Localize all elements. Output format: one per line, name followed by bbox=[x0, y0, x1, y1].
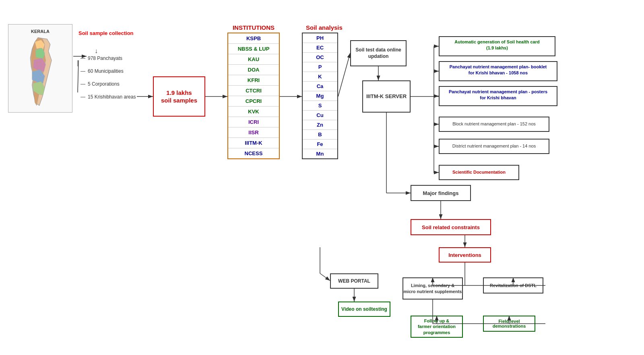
institutions-container: INSTITUTIONS KSPB NBSS & LUP KAU DOA KFR… bbox=[227, 24, 280, 159]
institutions-box: KSPB NBSS & LUP KAU DOA KFRI CTCRI CPCRI… bbox=[227, 33, 280, 159]
field-demo-label: Field leveldemonstrations bbox=[493, 319, 526, 328]
major-findings-box: Major findings bbox=[411, 185, 471, 201]
analysis-ca: Ca bbox=[303, 82, 337, 91]
sub-item-municipalities: 60 Municipalities bbox=[80, 68, 136, 74]
analysis-ph: PH bbox=[303, 33, 337, 43]
main-diagram: KERALA Soil sample collection ↓ 978 Panc… bbox=[0, 0, 644, 355]
web-portal-box: WEB PORTAL bbox=[330, 273, 378, 289]
interventions-box: Interventions bbox=[439, 247, 491, 263]
inst-kvk: KVK bbox=[228, 107, 279, 117]
revitalization-box: Revitalization of DSTL bbox=[483, 277, 543, 293]
soil-analysis-box: PH EC OC P K Ca Mg S Cu Zn B Fe Mn bbox=[302, 33, 338, 159]
analysis-cu: Cu bbox=[303, 111, 337, 120]
analysis-mg: Mg bbox=[303, 91, 337, 101]
followup-label: Follow up &farmer orientationprogrammes bbox=[418, 318, 456, 335]
soil-sample-label: Soil sample collection bbox=[78, 30, 134, 37]
output-sci-doc: Scientific Documentation bbox=[439, 165, 519, 180]
soil-analysis-container: Soil analysis PH EC OC P K Ca Mg S Cu Zn… bbox=[302, 24, 343, 159]
video-box: Video on soiltesting bbox=[338, 302, 390, 317]
output-block-plan: Block nutrient management plan - 152 nos bbox=[439, 117, 549, 132]
output-district-plan: District nutrient management plan - 14 n… bbox=[439, 139, 549, 154]
soil-constraints-label: Soil related constraints bbox=[422, 224, 480, 230]
soil-analysis-title: Soil analysis bbox=[306, 24, 343, 31]
liming-box: Liming, secondary &micro nutrient supple… bbox=[402, 277, 463, 300]
inst-kau: KAU bbox=[228, 54, 279, 65]
analysis-mn: Mn bbox=[303, 149, 337, 158]
arrow-down-soil-icon: ↓ bbox=[95, 47, 98, 55]
web-portal-label: WEB PORTAL bbox=[338, 278, 370, 284]
svg-line-8 bbox=[78, 60, 78, 92]
kerala-map: KERALA bbox=[8, 24, 72, 113]
video-label: Video on soiltesting bbox=[341, 306, 387, 312]
output-panchayat-poster: Panchayat nutrient management plan - pos… bbox=[439, 86, 557, 106]
analysis-zn: Zn bbox=[303, 120, 337, 130]
inst-ctcri: CTCRI bbox=[228, 86, 279, 96]
sub-items-list: 978 Panchayats 60 Municipalities 5 Corpo… bbox=[80, 55, 136, 100]
followup-box: Follow up &farmer orientationprogrammes bbox=[411, 316, 463, 338]
analysis-ec: EC bbox=[303, 43, 337, 53]
soil-test-label: Soil test data online updation bbox=[351, 47, 406, 60]
sub-item-corporations: 5 Corporations bbox=[80, 81, 136, 87]
institutions-title: INSTITUTIONS bbox=[227, 24, 280, 31]
sub-item-panchayats: 978 Panchayats bbox=[80, 55, 136, 61]
output-auto-gen: Automatic generation of Soil health card… bbox=[439, 36, 555, 56]
inst-doa: DOA bbox=[228, 65, 279, 75]
inst-nbss: NBSS & LUP bbox=[228, 44, 279, 54]
analysis-k: K bbox=[303, 72, 337, 82]
server-label: IIITM-K SERVER bbox=[366, 93, 407, 100]
sub-item-krishibhavan: 15 Krishibhavan areas bbox=[80, 94, 136, 100]
lakhs-label: 1.9 lakhssoil samples bbox=[161, 89, 197, 105]
kerala-svg bbox=[16, 35, 64, 108]
liming-label: Liming, secondary &micro nutrient supple… bbox=[404, 283, 462, 294]
inst-kspb: KSPB bbox=[228, 33, 279, 44]
major-findings-label: Major findings bbox=[423, 190, 459, 196]
analysis-b: B bbox=[303, 130, 337, 140]
interventions-label: Interventions bbox=[448, 252, 481, 258]
soil-test-data-box: Soil test data online updation bbox=[350, 40, 407, 66]
inst-ncess: NCESS bbox=[228, 148, 279, 158]
inst-kfri: KFRI bbox=[228, 75, 279, 86]
analysis-fe: Fe bbox=[303, 140, 337, 149]
soil-constraints-box: Soil related constraints bbox=[411, 219, 491, 235]
inst-iisr: IISR bbox=[228, 127, 279, 138]
inst-iiitmk: IIITM-K bbox=[228, 138, 279, 148]
revitalization-label: Revitalization of DSTL bbox=[490, 283, 537, 288]
svg-line-39 bbox=[320, 273, 330, 281]
lakhs-box: 1.9 lakhssoil samples bbox=[153, 76, 205, 117]
server-box: IIITM-K SERVER bbox=[362, 80, 411, 113]
inst-cpcri: CPCRI bbox=[228, 96, 279, 107]
inst-icri: ICRI bbox=[228, 117, 279, 127]
analysis-s: S bbox=[303, 101, 337, 111]
field-demo-box: Field leveldemonstrations bbox=[483, 316, 535, 332]
analysis-oc: OC bbox=[303, 53, 337, 62]
kerala-map-title: KERALA bbox=[31, 29, 50, 34]
analysis-p: P bbox=[303, 62, 337, 72]
output-panchayat-booklet: Panchayat nutrient management plan- book… bbox=[439, 61, 557, 81]
